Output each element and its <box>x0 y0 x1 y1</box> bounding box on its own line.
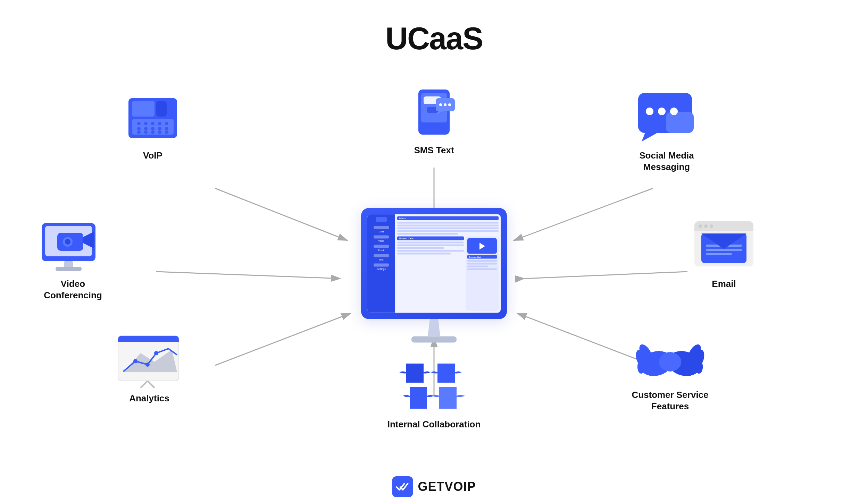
svg-point-22 <box>137 122 141 125</box>
svg-point-15 <box>439 103 442 106</box>
line1 <box>397 222 499 224</box>
svg-rect-61 <box>706 253 732 255</box>
monitor-screen: Chat Voice Email <box>367 214 501 313</box>
monitor-base <box>411 336 457 343</box>
node-video: VideoConferencing <box>21 220 125 301</box>
customer-icon <box>635 334 705 384</box>
mline1 <box>397 242 464 244</box>
video-icon <box>40 220 106 273</box>
svg-point-32 <box>137 130 141 134</box>
svg-point-41 <box>658 108 666 115</box>
svg-point-29 <box>151 127 155 130</box>
play-icon <box>479 242 485 249</box>
line5 <box>397 233 458 235</box>
mline3 <box>397 247 444 249</box>
svg-point-23 <box>144 122 148 125</box>
missed-lines <box>397 242 464 255</box>
svg-point-31 <box>165 127 168 130</box>
sidebar-email-label: Email <box>378 249 384 252</box>
sidebar-chat-label: Chat <box>379 230 384 233</box>
svg-point-49 <box>65 239 70 245</box>
analytics-label: Analytics <box>129 393 169 404</box>
svg-point-16 <box>444 103 446 106</box>
svg-line-6 <box>524 272 687 279</box>
svg-point-35 <box>158 130 161 134</box>
customer-label: Customer ServiceFeatures <box>632 389 708 412</box>
svg-line-71 <box>148 381 155 388</box>
analytics-icon <box>116 334 182 388</box>
missed-calls-bar: Missed Calls <box>397 237 464 240</box>
svg-line-3 <box>215 188 347 240</box>
node-voip: VoIP <box>104 91 201 161</box>
svg-point-24 <box>151 122 155 125</box>
cline3 <box>467 266 488 267</box>
voip-icon <box>123 91 182 145</box>
svg-point-26 <box>165 122 168 125</box>
node-collaboration: Internal Collaboration <box>361 360 507 430</box>
social-label: Social MediaMessaging <box>639 150 694 172</box>
svg-point-69 <box>154 351 158 355</box>
svg-rect-39 <box>666 112 694 133</box>
mline5 <box>397 253 451 255</box>
mline4 <box>397 250 464 252</box>
sidebar-email <box>374 245 389 248</box>
svg-point-17 <box>448 103 451 106</box>
svg-point-42 <box>670 108 678 115</box>
cline1 <box>467 260 497 262</box>
screen-bottom: Missed Calls <box>397 237 499 311</box>
monitor-stand <box>424 319 444 336</box>
sidebar-text <box>374 254 389 257</box>
line4 <box>397 230 499 232</box>
page: UCaaS <box>0 0 868 503</box>
cline4 <box>467 268 497 270</box>
svg-point-40 <box>646 108 653 115</box>
node-customer: Customer ServiceFeatures <box>611 334 729 412</box>
video-label: VideoConferencing <box>44 278 102 301</box>
screen-bottom-left: Missed Calls <box>397 237 464 311</box>
svg-point-33 <box>144 130 148 134</box>
svg-rect-37 <box>156 101 167 117</box>
svg-point-80 <box>659 352 681 372</box>
svg-rect-54 <box>694 227 753 231</box>
email-icon <box>693 220 755 273</box>
screen-bottom-right: Contact List <box>466 237 499 311</box>
logo-bar: GETVOIP <box>392 476 476 497</box>
svg-line-70 <box>141 381 148 388</box>
logo-text: GETVOIP <box>418 479 476 494</box>
svg-rect-65 <box>118 340 179 342</box>
contact-list-label: Contact List <box>467 255 497 259</box>
node-sms: SMS Text <box>382 84 486 156</box>
sms-label: SMS Text <box>414 145 454 156</box>
contact-lines <box>467 260 497 270</box>
play-button <box>467 238 497 254</box>
svg-point-30 <box>158 127 161 130</box>
node-social: Social MediaMessaging <box>611 91 722 172</box>
cline2 <box>467 263 497 265</box>
voip-label: VoIP <box>143 150 162 161</box>
line3 <box>397 228 499 229</box>
sidebar-chat <box>374 226 389 229</box>
mline2 <box>397 245 464 246</box>
collaboration-icon <box>399 360 469 414</box>
sidebar-logo <box>376 217 387 222</box>
inbox-bar: Inbox <box>397 216 499 220</box>
svg-line-4 <box>514 188 653 240</box>
collaboration-label: Internal Collaboration <box>387 419 481 430</box>
sidebar-settings <box>374 264 389 267</box>
logo-box <box>392 476 413 497</box>
page-title: UCaaS <box>385 21 483 57</box>
svg-point-36 <box>165 130 168 134</box>
svg-point-55 <box>699 224 702 228</box>
sidebar-voice <box>374 236 389 239</box>
svg-point-67 <box>133 359 137 363</box>
svg-point-27 <box>137 127 141 130</box>
svg-point-56 <box>704 224 708 228</box>
screen-lines-top <box>397 222 499 235</box>
svg-point-57 <box>710 224 713 228</box>
svg-point-25 <box>158 122 161 125</box>
svg-rect-51 <box>56 267 82 271</box>
svg-point-28 <box>144 127 148 130</box>
email-label: Email <box>712 278 736 290</box>
node-email: Email <box>681 220 767 290</box>
diagram: Chat Voice Email <box>0 57 868 503</box>
